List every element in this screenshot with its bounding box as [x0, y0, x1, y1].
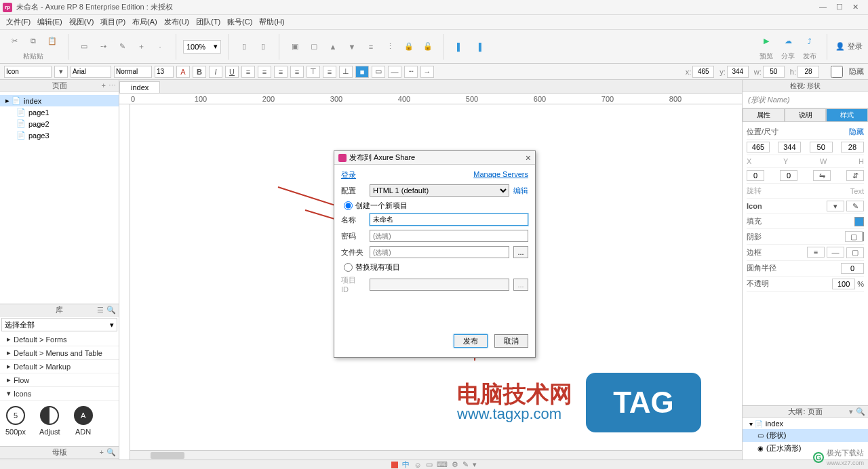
lib-icon-adn[interactable]: AADN	[74, 406, 93, 436]
y-input[interactable]	[727, 66, 749, 78]
outline-root[interactable]: ▾ 📄 index	[743, 418, 868, 429]
browse-folder-button[interactable]: ...	[513, 246, 528, 258]
align-l-icon[interactable]: ≡	[258, 66, 271, 78]
cancel-button-dialog[interactable]: 取消	[494, 334, 528, 348]
style-edit-icon[interactable]: ✎	[846, 201, 864, 211]
config-select[interactable]: HTML 1 (default)	[370, 184, 509, 197]
dropdown-icon[interactable]: ▾	[54, 66, 68, 78]
lib-cat-markup[interactable]: ▸ Default > Markup	[0, 360, 119, 373]
x-input[interactable]	[692, 66, 714, 78]
tab-style[interactable]: 样式	[826, 108, 868, 122]
border-side-icon[interactable]: ▢	[846, 247, 864, 258]
outline-filter-icon[interactable]: ▾	[849, 407, 853, 416]
align-c-icon[interactable]: ≡	[274, 66, 288, 78]
lib-zoom-icon[interactable]: 🔍	[106, 306, 116, 314]
lib-cat-forms[interactable]: ▸ Default > Forms	[0, 333, 119, 346]
lib-icon-500px[interactable]: 5500px	[5, 406, 26, 436]
edit-config-link[interactable]: 编辑	[513, 186, 528, 196]
arrow-icon[interactable]: →	[420, 66, 434, 78]
menu-team[interactable]: 团队(T)	[194, 16, 222, 28]
bold-icon[interactable]: B	[193, 66, 206, 78]
font-combo[interactable]	[71, 66, 111, 78]
tab-properties[interactable]: 属性	[743, 108, 785, 122]
menu-edit[interactable]: 编辑(E)	[35, 16, 64, 28]
insp-rot[interactable]	[747, 170, 764, 181]
radio-replace-project[interactable]	[344, 263, 353, 272]
page-item-page2[interactable]: 📄 page2	[0, 118, 119, 129]
project-name-input[interactable]	[370, 213, 528, 226]
manage-servers-link[interactable]: Manage Servers	[473, 170, 528, 180]
menu-account[interactable]: 账号(C)	[225, 16, 254, 28]
valign-b-icon[interactable]: ⊥	[339, 66, 353, 78]
back-icon[interactable]: ▼	[343, 38, 361, 56]
page-item-page3[interactable]: 📄 page3	[0, 129, 119, 141]
dialog-close-button[interactable]: ×	[526, 152, 531, 163]
align-right-icon[interactable]: ▯	[254, 38, 272, 56]
outer-shadow-icon[interactable]: ▢	[845, 231, 863, 242]
format-painter-icon[interactable]: ✎	[113, 38, 131, 56]
insp-y[interactable]	[778, 142, 801, 152]
lib-icon-adjust[interactable]: Adjust	[39, 406, 60, 436]
lock-icon[interactable]: 🔒	[400, 38, 418, 56]
share-button[interactable]: ☁	[779, 33, 797, 50]
menu-publish[interactable]: 发布(U)	[162, 16, 191, 28]
menu-help[interactable]: 帮助(H)	[257, 16, 286, 28]
distribute-icon[interactable]: ⋮	[381, 38, 399, 56]
align-icon[interactable]: ≡	[362, 38, 380, 56]
bullets-icon[interactable]: ≡	[241, 66, 255, 78]
border-width-icon[interactable]: ≡	[807, 247, 825, 258]
lib-search-icon[interactable]: ☰	[97, 306, 104, 314]
align-r-icon[interactable]: ≡	[290, 66, 304, 78]
shape-name-field[interactable]: (形状 Name)	[743, 92, 868, 108]
insp-w[interactable]	[810, 142, 833, 152]
cut-icon[interactable]: ✂	[5, 33, 23, 50]
radius-input[interactable]	[841, 263, 864, 274]
copy-icon[interactable]: ⧉	[24, 33, 42, 50]
insp-x[interactable]	[747, 142, 770, 152]
lib-cat-flow[interactable]: ▸ Flow	[0, 373, 119, 387]
shape-type-combo[interactable]	[4, 66, 52, 78]
shadow-color-swatch[interactable]	[863, 232, 864, 241]
fill-color-icon[interactable]: ■	[355, 66, 369, 78]
font-color-icon[interactable]: A	[176, 66, 190, 78]
add-master-icon[interactable]: +	[100, 448, 104, 457]
lib-cat-icons[interactable]: ▾ Icons	[0, 387, 119, 401]
opacity-input[interactable]	[832, 279, 855, 289]
style-combo[interactable]: ▾	[827, 201, 844, 211]
align-left-icon[interactable]: ▯	[235, 38, 253, 56]
menu-arrange[interactable]: 布局(A)	[130, 16, 159, 28]
page-menu-icon[interactable]: ⋯	[108, 81, 116, 90]
insp-h[interactable]	[841, 142, 864, 152]
insp-txtrot[interactable]	[780, 170, 797, 181]
unlock-icon[interactable]: 🔓	[419, 38, 437, 56]
lib-select-combo[interactable]: 选择全部▾	[1, 318, 117, 331]
weight-combo[interactable]	[114, 66, 152, 78]
preview-button[interactable]: ▶	[757, 33, 775, 50]
select-mode-icon[interactable]: ▭	[75, 38, 93, 56]
group-icon[interactable]: ▣	[286, 38, 304, 56]
radio-new-project[interactable]	[344, 201, 353, 210]
page-item-page1[interactable]: 📄 page1	[0, 106, 119, 118]
line-color-icon[interactable]: ▭	[372, 66, 385, 78]
font-size-input[interactable]	[155, 66, 174, 78]
outline-search-icon[interactable]: 🔍	[856, 407, 865, 416]
dock-right-icon[interactable]: ▐	[470, 38, 488, 56]
underline-icon[interactable]: U	[225, 66, 239, 78]
italic-icon[interactable]: I	[209, 66, 222, 78]
password-input[interactable]	[370, 230, 528, 242]
h-input[interactable]	[797, 66, 819, 78]
maximize-button[interactable]: ☐	[836, 3, 843, 12]
valign-t-icon[interactable]: ⊤	[307, 66, 320, 78]
h-scrollbar[interactable]	[130, 450, 742, 460]
point-icon[interactable]: ·	[151, 38, 169, 56]
border-style-icon[interactable]: —	[827, 247, 844, 258]
paste-icon[interactable]: 📋	[43, 33, 61, 50]
fill-color-swatch[interactable]	[854, 217, 864, 226]
flip-h-icon[interactable]: ⇋	[813, 170, 831, 181]
page-item-index[interactable]: ▸ 📄 index	[0, 95, 119, 106]
menu-project[interactable]: 项目(P)	[98, 16, 127, 28]
line-style-icon[interactable]: ╌	[404, 66, 418, 78]
publish-button[interactable]: ⤴	[801, 33, 818, 50]
master-search-icon[interactable]: 🔍	[106, 448, 116, 457]
publish-button-dialog[interactable]: 发布	[454, 334, 488, 348]
